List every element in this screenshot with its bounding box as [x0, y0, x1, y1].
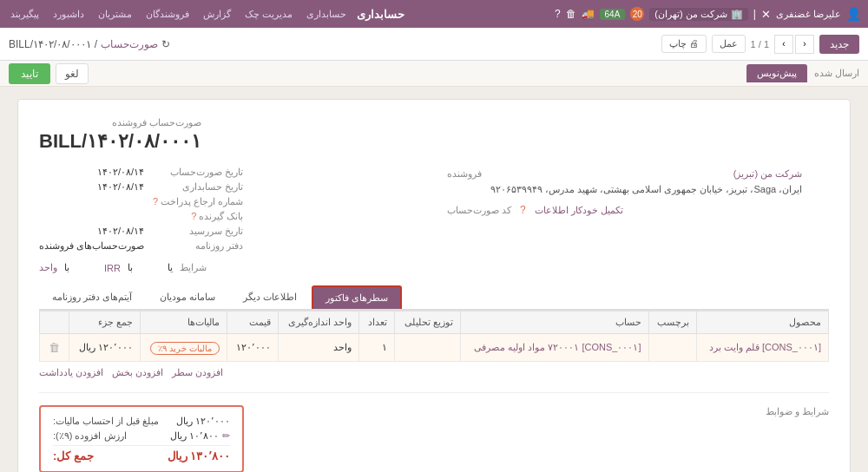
invoice-date-value[interactable]: ۱۴۰۲/۰۸/۱۴ [39, 167, 144, 178]
date-fields: تاریخ صورت‌حساب ۱۴۰۲/۰۸/۱۴ تاریخ حسابدار… [39, 167, 421, 252]
bank-label: بانک گیرنده ? [153, 211, 243, 222]
nav-item-report[interactable]: گزارش [200, 9, 234, 20]
cell-taxes: مالیات خرید ۹٪ [140, 334, 227, 362]
bank-value[interactable] [39, 211, 144, 222]
currency-field: با IRR [104, 262, 133, 273]
summary-box: ۱۲۰٬۰۰۰ ریال مبلغ قبل از احتساب مالیات: … [39, 405, 244, 472]
tax-badge[interactable]: مالیات خرید ۹٪ [150, 342, 220, 355]
subtotal-value: ۱۲۰٬۰۰۰ ریال [176, 416, 230, 427]
vendor-address: ایران، Saga، تبریز، خیابان جمهوری اسلامی… [490, 184, 802, 194]
tax-row: ✏ ۱۰٬۸۰۰ ریال ارزش افزوده (۹٪): [53, 430, 230, 442]
status-left: ارسال شده پیش‌نویس [746, 64, 859, 82]
tab-journal-items[interactable]: آیتم‌های دفتر روزنامه [39, 285, 145, 309]
action-bar-right: جدید ‹ › 1 / 1 عمل 🖨 چاپ [661, 35, 859, 54]
currency-prefix: با [128, 262, 133, 273]
edit-icon[interactable]: ✏ [222, 430, 230, 442]
col-qty: تعداد [359, 311, 394, 334]
add-row-link[interactable]: افزودن سطر [172, 367, 223, 378]
cell-unit: واحد [279, 334, 359, 362]
cell-product[interactable]: [CONS_۰۰۰۱] قلم وایت برد [697, 334, 829, 362]
delete-icon[interactable]: 🗑 [566, 8, 576, 20]
top-nav-right: 👤 علیرضا غضنفری ✕ | 🏢 شرکت من (تهران) 20… [555, 7, 861, 21]
tab-other-info[interactable]: اطلاعات دیگر [230, 285, 310, 309]
next-button[interactable]: › [774, 35, 793, 54]
vendor-name[interactable]: شرکت من (تبریز) [733, 168, 802, 179]
payment-ref-value[interactable] [39, 196, 144, 207]
print-icon: 🖨 [689, 38, 699, 49]
status-bar: ارسال شده پیش‌نویس لغو تایید [0, 61, 868, 87]
col-product: محصول [697, 311, 829, 334]
notification-badge[interactable]: 20 [630, 7, 644, 21]
table-row: [CONS_۰۰۰۱] قلم وایت برد [CONS_۰۰۰۱] ۷۲۰… [40, 334, 829, 362]
settings-icon[interactable]: ✕ [761, 8, 771, 21]
account-label: کد صورت‌حساب [447, 205, 511, 216]
accounting-date-label: تاریخ حسابداری [153, 181, 243, 193]
doc-title: BILL/۱۴۰۲/۰۸/۰۰۰۱ [39, 130, 201, 153]
new-button[interactable]: جدید [819, 35, 859, 54]
cell-total: ۱۲۰٬۰۰۰ ریال [69, 334, 141, 362]
total-label: جمع کل: [53, 449, 94, 462]
terms-label: شرایط [180, 262, 207, 273]
nav-item-checkmgmt[interactable]: مدیریت چک [241, 9, 296, 20]
nav-item-vendors[interactable]: فروشندگان [142, 9, 193, 20]
nav-brand: حسابداری [357, 8, 404, 21]
journal-label: دفتر روزنامه [153, 240, 243, 252]
refresh-icon[interactable]: ↻ [161, 38, 170, 50]
hdr-fields: تاریخ صورت‌حساب ۱۴۰۲/۰۸/۱۴ تاریخ حسابدار… [39, 167, 421, 252]
col-unit: واحد اندازه‌گیری [279, 311, 359, 334]
nav-item-tracking[interactable]: پیگیربند [7, 9, 43, 20]
nav-item-accounting[interactable]: حسابداری [303, 9, 350, 20]
breadcrumb: ↻ صورت‌حساب / BILL/۱۴۰۲/۰۸/۰۰۰۱ [9, 38, 170, 50]
main-content: صورت‌حساب فروشنده BILL/۱۴۰۲/۰۸/۰۰۰۱ شرکت… [0, 87, 868, 472]
cell-qty[interactable]: ۱ [359, 334, 394, 362]
tabs-bar: سطرهای فاکتور اطلاعات دیگر سامانه مودیان… [39, 285, 829, 311]
tab-invoice-lines[interactable]: سطرهای فاکتور [312, 285, 402, 309]
add-note-link[interactable]: افزودن یادداشت [39, 367, 103, 378]
complete-info-link[interactable]: تکمیل خودکار اطلاعات [535, 205, 623, 216]
confirm-button[interactable]: تایید [9, 63, 50, 84]
divider [39, 392, 829, 393]
delete-row-button[interactable]: 🗑 [47, 339, 62, 356]
draft-status-tag: پیش‌نویس [746, 64, 807, 82]
cell-delete[interactable]: 🗑 [40, 334, 69, 362]
tax-label: ارزش افزوده (۹٪): [53, 430, 127, 442]
cancel-button[interactable]: لغو [56, 63, 89, 84]
sent-label: ارسال شده [814, 68, 859, 79]
col-account: حساب [460, 311, 648, 334]
terms-section-label: شرایط و ضوابط [766, 406, 829, 416]
tab-taxpayers[interactable]: سامانه مودیان [147, 285, 228, 309]
extra-fields: شرایط یا با IRR با واحد [39, 262, 829, 273]
nav-item-dashboard[interactable]: داشبورد [49, 9, 88, 20]
doc-id-breadcrumb: BILL/۱۴۰۲/۰۸/۰۰۰۱ [9, 38, 91, 50]
summary-section: شرایط و ضوابط ۱۲۰٬۰۰۰ ریال مبلغ قبل از ا… [39, 405, 829, 472]
username[interactable]: علیرضا غضنفری [776, 9, 841, 20]
terms-field: شرایط یا [168, 262, 207, 273]
vendor-info: شرکت من (تبریز) ایران، Saga، تبریز، خیاب… [490, 167, 802, 197]
cell-account[interactable]: [CONS_۰۰۰۱] ۷۲۰۰۰۱ مواد اولیه مصرفی [460, 334, 648, 362]
total-row: ۱۳۰٬۸۰۰ ریال جمع کل: [53, 445, 230, 462]
add-section-link[interactable]: افزودن بخش [112, 367, 163, 378]
badge2: 64A [600, 9, 626, 20]
total-value: ۱۳۰٬۸۰۰ ریال [168, 449, 231, 462]
invoice-table: محصول برچسب حساب توزیع تحلیلی تعداد واحد… [39, 311, 829, 362]
breadcrumb-home[interactable]: صورت‌حساب [101, 38, 158, 50]
help-icon[interactable]: ? [555, 8, 561, 20]
page-info: 1 / 1 [751, 39, 769, 49]
accounting-date-value[interactable]: ۱۴۰۲/۰۸/۱۴ [39, 181, 144, 193]
prev-button[interactable]: ‹ [795, 35, 814, 54]
action-button[interactable]: عمل [712, 35, 746, 53]
cell-label [648, 334, 697, 362]
unit-value[interactable]: واحد [39, 262, 57, 273]
vendor-label: فروشنده [447, 168, 482, 180]
company-badge[interactable]: 🏢 شرکت من (تهران) [649, 8, 747, 21]
invoice-date-label: تاریخ صورت‌حساب [153, 167, 243, 178]
print-button[interactable]: 🖨 چاپ [661, 35, 707, 53]
col-analytics: توزیع تحلیلی [394, 311, 460, 334]
nav-item-customers[interactable]: مشتریان [95, 9, 135, 20]
journal-value[interactable]: صورت‌حساب‌های فروشنده [39, 240, 144, 252]
due-date-value[interactable]: ۱۴۰۲/۰۸/۱۴ [39, 226, 144, 237]
cell-price[interactable]: ۱۲۰٬۰۰۰ [227, 334, 279, 362]
col-price: قیمت [227, 311, 279, 334]
currency-value[interactable]: IRR [104, 263, 121, 273]
tax-value: ✏ ۱۰٬۸۰۰ ریال [170, 430, 230, 442]
